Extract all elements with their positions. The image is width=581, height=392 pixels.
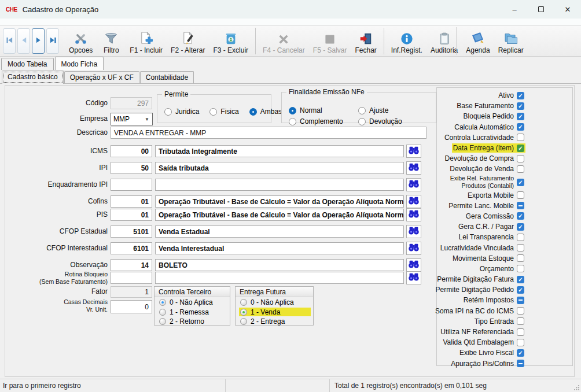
cfop-estadual-code-field[interactable]: 5101 — [111, 225, 152, 238]
cfop-interestadual-desc-field[interactable]: Venda Interestadual — [155, 242, 404, 254]
toolbar-button-label: Auditoria — [431, 46, 458, 54]
entrega-futura-group: Entrega Futura0 - Não Aplica1 - Venda2 -… — [235, 286, 314, 326]
checkbox-exibe-rel-faturamento-produtos-contabil-icon[interactable] — [517, 179, 524, 186]
checkbox-permite-digita-o-fatura-icon[interactable] — [517, 276, 524, 283]
checkbox-valida-qtd-embalagem-icon[interactable] — [517, 339, 524, 346]
checkbox-utiliza-nf-referenciada-icon[interactable] — [517, 328, 524, 336]
radio-normal[interactable]: Normal — [289, 106, 358, 114]
resize-grip-icon[interactable] — [572, 379, 581, 392]
toolbar-auditoria-button[interactable]: Auditoria — [426, 27, 462, 56]
checkbox-gera-c-r-pagar-icon[interactable] — [517, 223, 524, 231]
observa-o-desc-field[interactable]: BOLETO — [155, 259, 404, 271]
pis-search-button[interactable] — [406, 208, 421, 221]
pis-desc-field[interactable]: Operação Tributável - Base de Cálculo = … — [155, 209, 404, 221]
empresa-select[interactable]: MMP ▼ — [111, 113, 153, 125]
cfop-estadual-search-button[interactable] — [406, 225, 421, 238]
icms-search-button[interactable] — [406, 145, 421, 158]
icms-desc-field[interactable]: Tributada Integralmente — [155, 145, 404, 157]
ipi-search-button[interactable] — [406, 161, 421, 175]
checkbox-wrap: Ativo — [498, 91, 524, 99]
tab-contabilidade[interactable]: Contabilidade — [140, 71, 194, 83]
close-icon[interactable]: ✕ — [554, 0, 581, 19]
radio-complemento[interactable]: Complemento — [289, 117, 358, 125]
toolbar-f1-incluir-button[interactable]: F1 - Incluir — [126, 27, 167, 56]
tab-modo-ficha[interactable]: Modo Ficha — [55, 57, 104, 70]
checkbox-exporta-mobile-icon[interactable] — [517, 191, 524, 199]
enquadramento-ipi-desc-field[interactable] — [155, 179, 404, 191]
radio-label: Normal — [300, 106, 322, 114]
observa-o-code-field[interactable]: 14 — [111, 259, 152, 271]
minimize-icon[interactable]: – — [501, 0, 528, 19]
cofins-search-button[interactable] — [406, 195, 421, 208]
cfop-interestadual-search-button[interactable] — [406, 242, 421, 255]
checkbox-devolu-o-de-venda-icon[interactable] — [517, 165, 524, 173]
toolbar-opcoes-button[interactable]: Opcoes — [65, 27, 97, 56]
observa-o-label: Observação — [5, 261, 108, 269]
ipi-code-field[interactable]: 50 — [111, 162, 152, 174]
checkbox-controla-lucratividade-icon[interactable] — [517, 134, 524, 141]
descricao-field[interactable]: VENDA A ENTREGAR - MMP — [111, 127, 426, 139]
cofins-code-field[interactable]: 01 — [111, 195, 152, 208]
toolbar-fechar-button[interactable]: Fechar — [351, 27, 380, 56]
checkbox-apura-o-pis-cofins-icon[interactable] — [517, 360, 524, 367]
checkbox-soma-ipi-na-bc-do-icms-icon[interactable] — [517, 307, 524, 315]
maximize-icon[interactable] — [528, 0, 554, 19]
radio-fisica[interactable]: Fisica — [209, 108, 238, 116]
checkbox-ret-m-impostos-icon[interactable] — [517, 297, 524, 304]
tab-modo-tabela[interactable]: Modo Tabela — [1, 58, 54, 70]
ipi-desc-field[interactable]: Saída tributada — [155, 162, 404, 174]
cfop-interestadual-code-field[interactable]: 6101 — [111, 242, 152, 254]
casas-decimais-field[interactable]: 0 — [111, 300, 152, 313]
rotina-bloqueio-desc-field[interactable] — [155, 272, 404, 284]
checkbox-gera-comiss-o-icon[interactable] — [517, 212, 524, 220]
radio-ambas[interactable]: Ambas — [249, 108, 282, 116]
enquadramento-ipi-search-button[interactable] — [406, 178, 421, 191]
radio-ajuste[interactable]: Ajuste — [358, 106, 436, 114]
radio-0-n-o-aplica[interactable]: 0 - Não Aplica — [158, 298, 227, 307]
nav-prev-record-button[interactable] — [17, 28, 30, 54]
checkbox-label: Devolução de Compra — [445, 154, 514, 162]
radio-juridica[interactable]: Juridica — [164, 108, 199, 116]
rotina-bloqueio-code-field[interactable] — [111, 272, 152, 284]
checkbox-base-faturamento-icon[interactable] — [517, 102, 524, 110]
toolbar-filtro-button[interactable]: Filtro — [97, 27, 126, 56]
pis-code-field[interactable]: 01 — [111, 209, 152, 221]
checkbox-movimenta-estoque-icon[interactable] — [517, 254, 524, 262]
checkbox-row-data-entrega-item: Data Entrega (Item) — [437, 143, 572, 153]
cofins-desc-field[interactable]: Operação Tributável - Base de Cálculo = … — [155, 195, 404, 208]
checkbox-ativo-icon[interactable] — [517, 92, 524, 99]
radio-2-entrega[interactable]: 2 - Entrega — [239, 317, 311, 326]
toolbar-replicar-button[interactable]: Replicar — [494, 27, 528, 56]
checkbox-bloqueia-pedido-icon[interactable] — [517, 113, 524, 120]
radio-devolu-o[interactable]: Devolução — [358, 117, 436, 125]
nav-next-record-button[interactable] — [32, 28, 45, 54]
tab-opera-o-x-uf-x-cf[interactable]: Operação x UF x CF — [64, 71, 139, 83]
toolbar-inf-regist-button[interactable]: Inf.Regist. — [387, 27, 426, 56]
checkbox-permite-digita-o-pedido-icon[interactable] — [517, 286, 524, 294]
checkbox-calcula-autom-tico-icon[interactable] — [517, 123, 524, 131]
radio-0-n-o-aplica[interactable]: 0 - Não Aplica — [239, 298, 311, 307]
toolbar-f3-excluir-button[interactable]: F3 - Excluir — [209, 27, 252, 56]
checkbox-lei-transparencia-icon[interactable] — [517, 234, 524, 241]
rotina-bloqueio-search-button[interactable] — [406, 271, 421, 284]
checkbox-exibe-livro-fiscal-icon[interactable] — [517, 349, 524, 357]
observa-o-search-button[interactable] — [406, 258, 421, 272]
enquadramento-ipi-label: Enquadramento IPI — [5, 181, 108, 188]
toolbar-agenda-button[interactable]: Agenda — [462, 27, 494, 56]
checkbox-devolu-o-de-compra-icon[interactable] — [517, 155, 524, 162]
checkbox-tipo-entrada-icon[interactable] — [517, 317, 524, 325]
checkbox-lucratividade-vinculada-icon[interactable] — [517, 244, 524, 252]
radio-1-venda[interactable]: 1 - Venda — [239, 308, 311, 316]
checkbox-permite-lanc-mobile-icon[interactable] — [517, 202, 524, 209]
checkbox-data-entrega-item-icon[interactable] — [517, 145, 524, 152]
tab-cadastro-b-sico[interactable]: Cadastro básico — [2, 71, 64, 84]
checkbox-or-amento-icon[interactable] — [517, 265, 524, 272]
radio-1-remessa[interactable]: 1 - Remessa — [158, 308, 227, 316]
radio-2-retorno[interactable]: 2 - Retorno — [158, 317, 227, 326]
icms-code-field[interactable]: 00 — [111, 145, 152, 157]
enquadramento-ipi-code-field[interactable] — [111, 179, 152, 191]
cfop-estadual-desc-field[interactable]: Venda Estadual — [155, 225, 404, 238]
nav-first-record-button[interactable] — [3, 28, 16, 54]
nav-last-record-button[interactable] — [46, 28, 59, 54]
toolbar-f2-alterar-button[interactable]: F2 - Alterar — [167, 27, 209, 56]
